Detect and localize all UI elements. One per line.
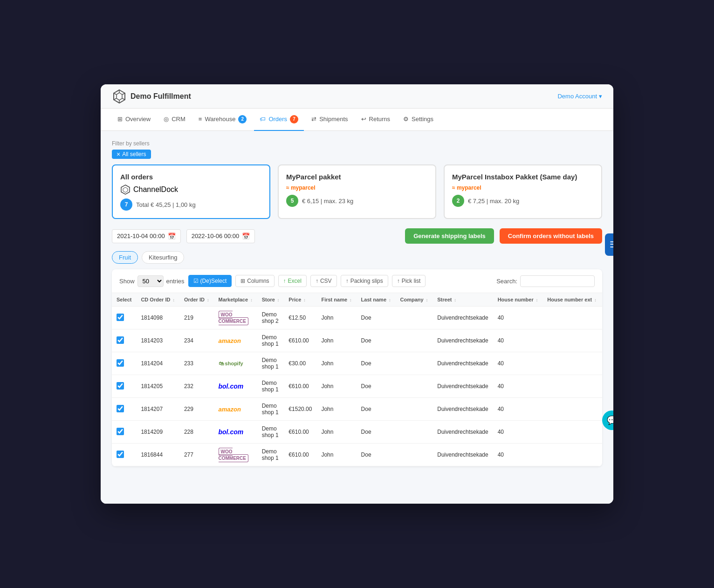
side-panel-button[interactable]: ☰: [605, 233, 613, 256]
titlebar: Demo Fulfillment Demo Account ▾: [101, 84, 613, 109]
col-last-name[interactable]: Last name ↕: [357, 293, 396, 307]
tab-fruit[interactable]: Fruit: [112, 251, 138, 264]
row-checkbox[interactable]: [117, 451, 124, 458]
deselect-button[interactable]: ☑ (De)Select: [188, 275, 232, 287]
nav-warehouse[interactable]: ≡ Warehouse 2: [193, 109, 253, 131]
col-street[interactable]: Street ↕: [433, 293, 493, 307]
cell-last-name: Doe: [357, 444, 396, 466]
row-checkbox-cell[interactable]: [112, 329, 136, 352]
nav-shipments[interactable]: ⇄ Shipments: [306, 109, 353, 131]
generate-labels-button[interactable]: Generate shipping labels: [405, 228, 494, 244]
date-to-input[interactable]: 2022-10-06 00:00 📅: [186, 229, 255, 243]
date-from-input[interactable]: 2021-10-04 00:00 📅: [112, 229, 181, 243]
cell-zipcode: 1096AH: [601, 375, 602, 398]
row-checkbox[interactable]: [117, 336, 124, 344]
orders-table-container: Show 50 25 100 entries ☑ (De)Select ⊞: [112, 269, 602, 466]
count-detail: € 7,25 | max. 20 kg: [468, 198, 519, 205]
pick-list-button[interactable]: ↑ Pick list: [392, 275, 426, 287]
row-checkbox[interactable]: [117, 382, 124, 390]
cell-order-id: 234: [179, 329, 214, 352]
grid-icon: ⊞: [117, 116, 123, 123]
cell-cd-order-id: 1814207: [136, 398, 179, 421]
col-store[interactable]: Store ↕: [257, 293, 284, 307]
card-title: MyParcel pakket: [286, 173, 428, 181]
cell-first-name: John: [316, 307, 356, 329]
col-zipcode[interactable]: Zipcode ↕: [601, 293, 602, 307]
col-cd-order-id[interactable]: CD Order ID ↕: [136, 293, 179, 307]
card-myparcel-pakket[interactable]: MyParcel pakket ≈ myparcel 5 € 6,15 | ma…: [278, 164, 436, 219]
cell-first-name: John: [316, 375, 356, 398]
cell-house-number: 40: [493, 375, 543, 398]
cell-cd-order-id: 1814098: [136, 307, 179, 329]
tab-kitesurfing[interactable]: Kitesurfing: [142, 251, 184, 264]
cell-street: Duivendrechtsekade: [433, 398, 493, 421]
close-icon[interactable]: ×: [117, 151, 120, 157]
cell-store: Demo shop 2: [257, 307, 284, 329]
cell-company: [396, 307, 433, 329]
card-myparcel-instabox[interactable]: MyParcel Instabox Pakket (Same day) ≈ my…: [444, 164, 602, 219]
app-title: Demo Fulfillment: [130, 92, 191, 101]
col-house-ext[interactable]: House number ext ↕: [542, 293, 601, 307]
col-house-number[interactable]: House number ↕: [493, 293, 543, 307]
row-checkbox-cell[interactable]: [112, 307, 136, 329]
col-first-name[interactable]: First name ↕: [316, 293, 356, 307]
calendar-icon: 📅: [168, 232, 176, 240]
col-order-id[interactable]: Order ID ↕: [179, 293, 214, 307]
app-logo: Demo Fulfillment: [112, 89, 191, 104]
col-select[interactable]: Select: [112, 293, 136, 307]
checkbox-icon: ☑: [193, 278, 199, 284]
warehouse-badge: 2: [238, 115, 247, 123]
cell-cd-order-id: 1814204: [136, 352, 179, 375]
nav-orders[interactable]: 🏷 Orders 7: [254, 109, 304, 131]
cell-company: [396, 329, 433, 352]
row-checkbox-cell[interactable]: [112, 421, 136, 444]
row-checkbox[interactable]: [117, 359, 124, 367]
svg-marker-8: [121, 185, 130, 194]
cell-marketplace: bol.com: [214, 375, 257, 398]
cell-last-name: Doe: [357, 352, 396, 375]
row-checkbox-cell[interactable]: [112, 398, 136, 421]
excel-button[interactable]: ↑ Excel: [278, 275, 307, 287]
cell-house-ext: [542, 307, 601, 329]
cell-order-id: 229: [179, 398, 214, 421]
packing-slips-button[interactable]: ↑ Packing slips: [341, 275, 388, 287]
row-checkbox[interactable]: [117, 428, 124, 435]
packing-icon: ↑: [346, 278, 349, 284]
col-company[interactable]: Company ↕: [396, 293, 433, 307]
chat-button[interactable]: 💬: [602, 410, 613, 430]
row-checkbox-cell[interactable]: [112, 375, 136, 398]
row-checkbox[interactable]: [117, 405, 124, 412]
cell-store: Demo shop 1: [257, 421, 284, 444]
search-input[interactable]: [520, 275, 595, 287]
csv-button[interactable]: ↑ CSV: [310, 275, 337, 287]
cell-cd-order-id: 1814209: [136, 421, 179, 444]
confirm-orders-button[interactable]: Confirm orders without labels: [500, 228, 602, 244]
nav-returns[interactable]: ↩ Returns: [356, 109, 396, 131]
row-checkbox-cell[interactable]: [112, 352, 136, 375]
cell-marketplace: amazon: [214, 329, 257, 352]
card-all-orders[interactable]: All orders ChannelDock 7 Total € 45,25 |…: [112, 164, 270, 219]
nav-settings[interactable]: ⚙ Settings: [398, 109, 439, 131]
cell-last-name: Doe: [357, 329, 396, 352]
col-marketplace[interactable]: Marketplace ↕: [214, 293, 257, 307]
filter-tag-all-sellers[interactable]: × All sellers: [112, 150, 151, 159]
cell-street: Duivendrechtsekade: [433, 375, 493, 398]
return-icon: ↩: [361, 116, 366, 123]
cell-order-id: 232: [179, 375, 214, 398]
cell-marketplace: amazon: [214, 398, 257, 421]
table-toolbar-left: Show 50 25 100 entries ☑ (De)Select ⊞: [119, 275, 426, 287]
card-brand: ≈ myparcel: [286, 185, 428, 191]
table-row: 1814207 229 amazon Demo shop 1 €1520.00 …: [112, 398, 602, 421]
nav-overview[interactable]: ⊞ Overview: [112, 109, 156, 131]
per-page-select[interactable]: 50 25 100: [137, 275, 164, 287]
columns-button[interactable]: ⊞ Columns: [235, 275, 274, 287]
cell-last-name: Doe: [357, 398, 396, 421]
cell-first-name: John: [316, 398, 356, 421]
account-menu[interactable]: Demo Account ▾: [557, 93, 602, 100]
row-checkbox[interactable]: [117, 314, 124, 321]
col-price[interactable]: Price ↕: [284, 293, 316, 307]
count-detail: Total € 45,25 | 1,00 kg: [136, 201, 196, 208]
row-checkbox-cell[interactable]: [112, 444, 136, 466]
filter-section: Filter by sellers × All sellers: [112, 140, 602, 159]
nav-crm[interactable]: ◎ CRM: [158, 109, 191, 131]
